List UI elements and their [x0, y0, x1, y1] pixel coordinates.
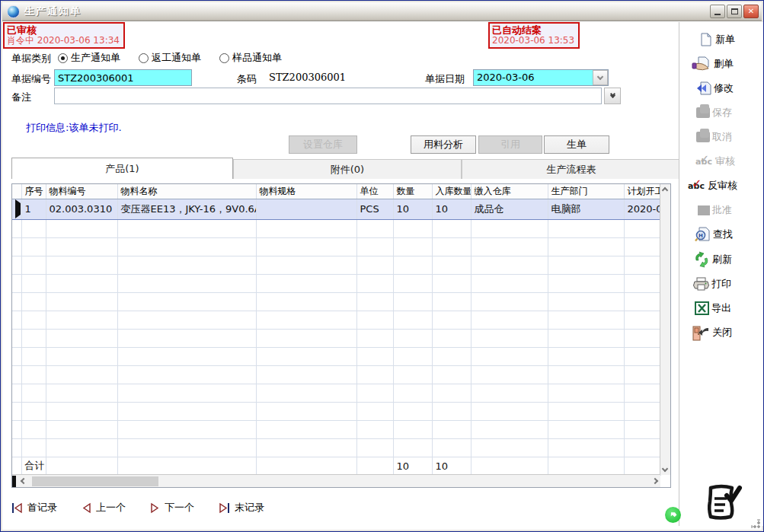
- save-icon: [696, 107, 710, 118]
- save-button: 保存: [696, 104, 732, 121]
- col-material-name[interactable]: 物料名称: [117, 184, 256, 199]
- refresh-icon: [693, 251, 710, 268]
- cell-seq: 1: [21, 199, 46, 219]
- horizontal-scrollbar[interactable]: [12, 474, 660, 487]
- doc-type-label: 单据类别: [11, 52, 51, 65]
- minimize-icon: [714, 14, 721, 15]
- audit-stamp: 已审核 肖令中 2020-03-06 13:34: [3, 22, 125, 49]
- doc-date-label: 单据日期: [425, 72, 465, 86]
- cell-unit: PCS: [356, 199, 393, 219]
- cell-qty: 10: [393, 199, 432, 219]
- empty-grid-row: [12, 402, 660, 420]
- prev-record-button[interactable]: 上一个: [82, 501, 126, 514]
- empty-grid-row: [12, 292, 660, 311]
- cell-plan-start: 2020-03-06: [624, 199, 660, 219]
- chevron-down-icon: [597, 73, 603, 79]
- col-plan-start[interactable]: 计划开工日期: [624, 184, 660, 199]
- empty-grid-row: [12, 311, 660, 329]
- app-window: 生产通知单 ✕ 已审核 肖令中 2020-03-06 13:34 已自动结案 2…: [0, 0, 764, 532]
- audit-stamp-detail: 肖令中 2020-03-06 13:34: [7, 36, 120, 46]
- totals-qty: 10: [393, 457, 432, 475]
- export-excel-icon: [695, 301, 709, 315]
- col-material-code[interactable]: 物料编号: [46, 184, 117, 199]
- totals-label: 合计: [21, 457, 46, 475]
- empty-grid-row: [12, 365, 660, 384]
- close-door-icon: [692, 325, 710, 341]
- tab-attachments[interactable]: 附件(0): [233, 159, 462, 179]
- radio-sample-notice[interactable]: 样品通知单: [219, 51, 282, 65]
- reference-button: 引用: [478, 135, 542, 154]
- nav-label: 上一个: [96, 501, 126, 514]
- nav-label: 首记录: [27, 501, 57, 514]
- empty-grid-row: [12, 347, 660, 365]
- remark-input[interactable]: [54, 88, 602, 104]
- tab-production-flow[interactable]: 生产流程表: [462, 159, 681, 179]
- table-row-selected[interactable]: 1 02.003.0310 变压器EE13，JKY-16，9V0.6A PCS …: [12, 199, 660, 219]
- splitter-mark[interactable]: [12, 476, 16, 487]
- empty-grid-row: [12, 438, 660, 457]
- product-table: 序号 物料编号 物料名称 物料规格 单位 数量 入库数量 缴入仓库 生产部门 计…: [12, 184, 661, 476]
- audit-icon: abc✓: [695, 157, 713, 167]
- barcode-label: 条码: [237, 72, 257, 86]
- generate-order-button[interactable]: 生单: [544, 135, 609, 154]
- window-title: 生产通知单: [24, 5, 708, 18]
- unaudit-button[interactable]: abc✓ 反审核: [687, 177, 737, 194]
- last-record-button[interactable]: 末记录: [219, 501, 264, 514]
- empty-grid-row: [12, 384, 660, 402]
- print-info-text: 打印信息:该单未打印.: [26, 121, 122, 135]
- doc-date-combo[interactable]: 2020-03-06: [473, 69, 609, 86]
- close-window-button[interactable]: 关闭: [692, 324, 732, 341]
- last-record-icon: [219, 502, 230, 514]
- scroll-right-icon[interactable]: [652, 478, 658, 484]
- col-warehouse[interactable]: 缴入仓库: [471, 184, 548, 199]
- minimize-button[interactable]: [710, 5, 725, 18]
- delete-doc-button[interactable]: 删单: [692, 56, 734, 72]
- scroll-down-icon[interactable]: [662, 466, 668, 472]
- col-in-stock-qty[interactable]: 入库数量: [432, 184, 471, 199]
- set-warehouse-button: 设置仓库: [289, 135, 357, 154]
- delete-doc-icon: [692, 56, 711, 72]
- doc-date-dropdown-button[interactable]: [593, 70, 608, 85]
- row-indicator-icon: [15, 199, 21, 218]
- radio-production-notice[interactable]: 生产通知单: [58, 51, 120, 65]
- first-record-button[interactable]: 首记录: [11, 501, 57, 514]
- vertical-scrollbar[interactable]: [660, 184, 670, 475]
- maximize-button[interactable]: [727, 5, 742, 18]
- tab-products[interactable]: 产品(1): [11, 158, 233, 179]
- radio-label: 返工通知单: [152, 51, 201, 65]
- remark-label: 备注: [11, 91, 31, 104]
- cell-department: 电脑部: [548, 199, 624, 219]
- detail-tabs: 产品(1) 附件(0) 生产流程表: [11, 158, 681, 179]
- new-doc-icon: [699, 33, 713, 46]
- refresh-button[interactable]: 刷新: [693, 251, 732, 268]
- col-unit[interactable]: 单位: [356, 184, 393, 199]
- col-qty[interactable]: 数量: [393, 184, 432, 199]
- record-nav: 首记录 上一个 下一个 末记录: [11, 501, 264, 514]
- edit-doc-button[interactable]: 修改: [696, 80, 734, 97]
- radio-unselected-icon: [139, 53, 149, 63]
- scroll-up-icon[interactable]: [662, 187, 668, 193]
- auto-close-stamp: 已自动结案 2020-03-06 13:53: [488, 22, 580, 49]
- new-doc-button[interactable]: 新单: [699, 31, 735, 48]
- resize-grip[interactable]: [751, 519, 760, 528]
- auto-close-stamp-detail: 2020-03-06 13:53: [492, 36, 574, 46]
- close-button[interactable]: ✕: [743, 5, 759, 18]
- doc-no-input[interactable]: [54, 69, 192, 86]
- print-button[interactable]: 打印: [693, 276, 731, 292]
- material-analysis-button[interactable]: 用料分析: [411, 135, 476, 154]
- find-button[interactable]: H 查找: [695, 226, 733, 243]
- remark-expand-button[interactable]: [604, 88, 621, 104]
- audit-button: abc✓ 审核: [695, 153, 735, 170]
- col-department[interactable]: 生产部门: [548, 184, 624, 199]
- scroll-left-icon[interactable]: [21, 478, 27, 484]
- scrollbar-thumb[interactable]: [32, 476, 158, 486]
- col-seq[interactable]: 序号: [21, 184, 46, 199]
- auto-close-stamp-title: 已自动结案: [492, 24, 574, 36]
- export-button[interactable]: 导出: [695, 300, 731, 317]
- col-material-spec[interactable]: 物料规格: [256, 184, 356, 199]
- radio-rework-notice[interactable]: 返工通知单: [139, 51, 201, 65]
- next-record-button[interactable]: 下一个: [150, 501, 194, 514]
- barcode-value: STZ200306001: [269, 72, 346, 83]
- next-record-icon: [150, 502, 160, 514]
- checklist-logo-icon: [702, 482, 743, 524]
